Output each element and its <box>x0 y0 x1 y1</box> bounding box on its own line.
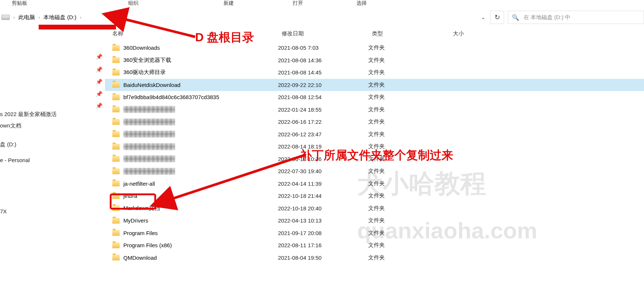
nav-item[interactable]: 7X <box>0 206 105 217</box>
cell-type: 文件夹 <box>368 106 449 113</box>
redacted-name <box>123 168 175 175</box>
cell-name: ja-netfilter-all <box>112 181 278 187</box>
table-row[interactable]: BaiduNetdiskDownload2022-09-22 22:10文件夹 <box>105 79 644 91</box>
address-row: › 此电脑 › 本地磁盘 (D:) › ⌄ ↻ 🔍 在 本地磁盘 (D:) 中 <box>0 10 644 25</box>
cell-type: 文件夹 <box>368 118 449 125</box>
header-name[interactable]: 名称 <box>112 30 282 37</box>
table-row[interactable]: 2022-06-16 17:22文件夹 <box>105 116 644 128</box>
file-name: QMDownload <box>123 255 157 261</box>
refresh-button[interactable]: ↻ <box>490 11 504 24</box>
redacted-name <box>123 131 175 137</box>
table-row[interactable]: Markdown文档2022-10-18 20:40文件夹 <box>105 202 644 215</box>
nav-item[interactable]: e - Personal <box>0 155 105 165</box>
table-row[interactable]: jetbra2022-10-18 21:44文件夹 <box>105 190 644 202</box>
table-row[interactable]: 360Downloads2021-08-05 7:03文件夹 <box>105 42 644 54</box>
cell-date: 2021-08-08 12:54 <box>278 94 368 100</box>
cell-name: 360安全浏览器下载 <box>112 57 278 64</box>
table-row[interactable]: Program Files (x86)2022-08-11 17:16文件夹 <box>105 239 644 252</box>
folder-icon <box>112 181 120 186</box>
cell-date: 2021-08-05 7:03 <box>278 45 368 51</box>
table-row[interactable]: 360安全浏览器下载2021-08-08 14:36文件夹 <box>105 54 644 67</box>
file-name: BaiduNetdiskDownload <box>123 82 180 88</box>
table-row[interactable]: 2022-06-12 23:47文件夹 <box>105 128 644 141</box>
folder-icon <box>112 106 120 112</box>
chevron-right-icon[interactable]: › <box>79 15 83 20</box>
nav-panel: 📌 📌 📌 📌 📌 s 2022 最新全家桶激活 own文档 盘 (D:) e … <box>0 28 105 301</box>
cell-name: Program Files (x86) <box>112 242 278 248</box>
cell-date: 2021-08-08 14:45 <box>278 69 368 76</box>
ribbon-tab-open[interactable]: 打开 <box>293 0 303 7</box>
cell-date: 2021-08-08 14:36 <box>278 57 368 63</box>
cell-type: 文件夹 <box>368 217 449 224</box>
cell-date: 2022-08-14 18:19 <box>278 143 368 150</box>
file-name: 360Downloads <box>123 45 160 51</box>
cell-type: 文件夹 <box>368 254 449 261</box>
nav-item[interactable]: s 2022 最新全家桶激活 <box>0 109 105 120</box>
file-name: 360安全浏览器下载 <box>123 57 171 64</box>
cell-name <box>112 143 278 150</box>
table-row[interactable]: 2022-01-24 18:55文件夹 <box>105 104 644 116</box>
nav-item[interactable]: own文档 <box>0 120 105 132</box>
table-row[interactable]: 2022-06-13 10:16文件夹 <box>105 153 644 165</box>
header-type[interactable]: 类型 <box>372 30 453 37</box>
file-name: 360驱动大师目录 <box>123 69 166 76</box>
header-date[interactable]: 修改日期 <box>282 30 372 37</box>
table-row[interactable]: bf7e9dbba9b4d840c6c3683707cd38352021-08-… <box>105 91 644 104</box>
folder-icon <box>112 94 120 100</box>
ribbon-tabs: 剪贴板 组织 新建 打开 选择 <box>0 0 644 7</box>
cell-date: 2021-09-17 20:08 <box>278 230 368 236</box>
file-name: bf7e9dbba9b4d840c6c3683707cd3835 <box>123 94 219 100</box>
cell-type: 文件夹 <box>368 168 449 175</box>
folder-icon <box>112 193 120 199</box>
table-row[interactable]: 360驱动大师目录2021-08-08 14:45文件夹 <box>105 66 644 79</box>
search-input[interactable]: 🔍 在 本地磁盘 (D:) 中 <box>508 11 644 24</box>
cell-date: 2022-09-22 22:10 <box>278 82 368 88</box>
folder-icon <box>112 168 120 174</box>
cell-type: 文件夹 <box>368 242 449 249</box>
pin-icon: 📌 <box>96 102 103 109</box>
table-row[interactable]: 2022-07-30 19:40文件夹 <box>105 165 644 178</box>
folder-icon <box>112 242 120 248</box>
cell-name: QMDownload <box>112 255 278 261</box>
cell-date: 2022-07-30 19:40 <box>278 168 368 174</box>
chevron-right-icon[interactable]: › <box>12 15 16 20</box>
cell-date: 2022-01-24 18:55 <box>278 106 368 113</box>
chevron-right-icon[interactable]: › <box>37 15 42 20</box>
cell-name: Markdown文档 <box>112 205 278 212</box>
cell-type: 文件夹 <box>368 192 449 199</box>
file-list: 名称 修改日期 类型 大小 360Downloads2021-08-05 7:0… <box>105 28 644 301</box>
cell-date: 2021-08-04 19:50 <box>278 255 368 261</box>
breadcrumb-drive[interactable]: 本地磁盘 (D:) <box>41 12 78 23</box>
ribbon-tab-organize[interactable]: 组织 <box>128 0 138 7</box>
header-size[interactable]: 大小 <box>453 30 508 37</box>
cell-type: 文件夹 <box>368 230 449 237</box>
cell-type: 文件夹 <box>368 94 449 101</box>
ribbon-tab-select[interactable]: 选择 <box>356 0 367 7</box>
cell-type: 文件夹 <box>368 131 449 138</box>
cell-name: jetbra <box>112 193 278 199</box>
nav-item[interactable]: 盘 (D:) <box>0 139 105 150</box>
file-name: jetbra <box>123 193 137 199</box>
file-name: Program Files <box>123 230 158 236</box>
table-row[interactable]: 2022-08-14 18:19文件夹 <box>105 140 644 153</box>
breadcrumb-pc[interactable]: 此电脑 <box>16 12 37 23</box>
folder-icon <box>112 82 120 88</box>
address-bar[interactable]: › 此电脑 › 本地磁盘 (D:) › <box>0 11 475 24</box>
ribbon-tab-new[interactable]: 新建 <box>224 0 234 7</box>
file-name: Markdown文档 <box>123 205 160 212</box>
cell-type: 文件夹 <box>368 143 449 150</box>
address-dropdown[interactable]: ⌄ <box>478 11 489 24</box>
folder-icon <box>112 144 120 150</box>
cell-date: 2022-08-11 17:16 <box>278 242 368 248</box>
table-row[interactable]: MyDrivers2022-04-13 10:13文件夹 <box>105 214 644 227</box>
cell-name: bf7e9dbba9b4d840c6c3683707cd3835 <box>112 94 278 100</box>
table-row[interactable]: ja-netfilter-all2022-04-14 11:39文件夹 <box>105 178 644 190</box>
ribbon-tab-clipboard[interactable]: 剪贴板 <box>12 0 27 7</box>
cell-name <box>112 106 278 113</box>
redacted-name <box>123 106 175 113</box>
search-icon: 🔍 <box>512 14 519 21</box>
table-row[interactable]: QMDownload2021-08-04 19:50文件夹 <box>105 252 644 264</box>
cell-date: 2022-10-18 20:40 <box>278 205 368 211</box>
table-row[interactable]: Program Files2021-09-17 20:08文件夹 <box>105 227 644 239</box>
cell-date: 2022-06-12 23:47 <box>278 131 368 137</box>
